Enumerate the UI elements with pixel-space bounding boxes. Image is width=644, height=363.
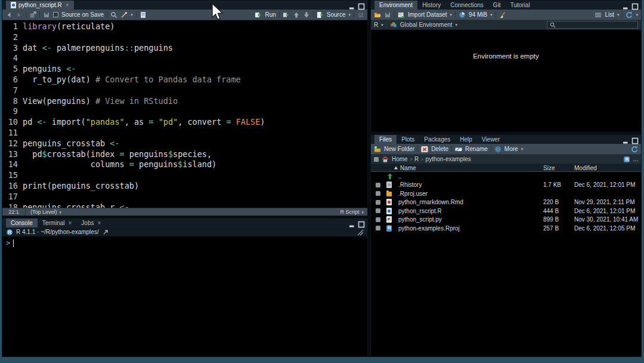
next-chunk-icon[interactable] — [303, 11, 310, 19]
import-dataset-icon[interactable] — [398, 11, 405, 19]
tab-packages[interactable]: Packages — [419, 135, 455, 144]
file-row[interactable]: .Rhistory1.7 KBDec 6, 2021, 12:01 PM — [371, 181, 641, 190]
r-project-icon[interactable]: R — [623, 156, 630, 163]
tab-help[interactable]: Help — [455, 135, 477, 144]
column-header-name[interactable]: Name — [400, 165, 416, 171]
rename-icon[interactable] — [455, 146, 462, 153]
resize-grip-icon[interactable] — [357, 229, 364, 236]
column-header-size[interactable]: Size — [543, 165, 574, 171]
minimize-icon[interactable] — [623, 136, 629, 143]
minimize-icon[interactable] — [623, 2, 629, 8]
breadcrumb-item-home[interactable]: Home — [392, 156, 408, 162]
dropdown-caret-icon[interactable]: ▾ — [450, 13, 453, 17]
maximize-icon[interactable] — [358, 220, 364, 226]
environment-search-input[interactable] — [558, 22, 636, 28]
scope-selector[interactable]: (Top Level) ▾ — [26, 209, 66, 215]
document-outline-icon[interactable] — [357, 11, 364, 19]
select-all-checkbox[interactable] — [374, 157, 379, 162]
file-name[interactable]: python_rmarkdown.Rmd — [398, 199, 543, 205]
source-button-icon[interactable] — [317, 11, 324, 19]
checkbox[interactable] — [376, 200, 380, 205]
list-view-icon[interactable] — [595, 11, 602, 19]
file-name[interactable]: python_script.py — [398, 216, 543, 223]
maximize-icon[interactable] — [631, 136, 638, 143]
code-editor[interactable]: 1library(reticulate)23dat <- palmerpengu… — [2, 20, 367, 208]
more-button[interactable]: More — [504, 146, 518, 152]
file-row[interactable]: python_rscript.R444 BDec 6, 2021, 12:01 … — [371, 207, 641, 216]
refresh-icon[interactable] — [631, 146, 638, 153]
rename-button[interactable]: Rename — [465, 146, 488, 152]
filetype-selector[interactable]: R Script ▾ — [336, 209, 367, 215]
source-on-save-checkbox[interactable] — [53, 12, 58, 17]
run-button[interactable]: Run — [265, 11, 275, 18]
new-folder-icon[interactable] — [374, 146, 381, 153]
import-dataset-button[interactable]: Import Dataset — [408, 11, 447, 18]
tab-plots[interactable]: Plots — [397, 135, 419, 144]
gear-icon[interactable] — [494, 146, 501, 153]
tab-jobs[interactable]: Jobs× — [76, 219, 106, 227]
save-workspace-icon[interactable] — [384, 11, 391, 19]
sort-ascending-icon[interactable] — [394, 165, 398, 170]
tab-connections[interactable]: Connections — [445, 1, 488, 10]
environment-selector[interactable]: Global Environment — [400, 21, 453, 28]
show-in-new-window-icon[interactable] — [29, 11, 36, 19]
file-row[interactable]: python_rmarkdown.Rmd220 BNov 29, 2021, 2… — [371, 198, 641, 207]
minimize-icon[interactable] — [349, 2, 355, 8]
breadcrumb-ellipsis[interactable]: ... — [633, 156, 638, 162]
code-tools-icon[interactable] — [120, 11, 128, 19]
tab-console[interactable]: Console — [6, 219, 38, 227]
file-name[interactable]: python_rscript.R — [398, 208, 543, 214]
file-row[interactable]: python-examples.Rproj257 BDec 6, 2021, 1… — [371, 224, 641, 233]
dropdown-caret-icon[interactable]: ▾ — [348, 13, 351, 17]
file-row[interactable]: python_script.py899 BNov 30, 2021, 10:41… — [371, 216, 641, 224]
breadcrumb-item-python-examples[interactable]: python-examples — [426, 156, 471, 162]
dropdown-caret-icon[interactable]: ▾ — [456, 23, 458, 27]
tab-files[interactable]: Files — [374, 135, 397, 144]
checkbox[interactable] — [376, 183, 380, 187]
checkbox[interactable] — [376, 217, 380, 222]
dropdown-caret-icon[interactable]: ▾ — [521, 147, 524, 151]
goto-directory-icon[interactable] — [102, 229, 109, 236]
checkbox[interactable] — [376, 191, 380, 196]
load-workspace-icon[interactable] — [374, 11, 381, 19]
refresh-icon[interactable] — [626, 11, 633, 19]
file-name[interactable]: .. — [398, 173, 543, 180]
dropdown-caret-icon[interactable]: ▾ — [490, 13, 493, 17]
language-selector[interactable]: R — [374, 21, 378, 28]
back-icon[interactable] — [5, 11, 13, 19]
home-icon[interactable] — [382, 156, 389, 163]
breadcrumb-item-r[interactable]: R — [414, 156, 419, 162]
file-row[interactable]: .Rproj.user — [371, 189, 641, 198]
save-icon[interactable] — [43, 11, 50, 19]
clear-workspace-icon[interactable] — [499, 11, 506, 19]
maximize-icon[interactable] — [358, 2, 364, 8]
close-icon[interactable]: × — [97, 220, 101, 226]
dropdown-caret-icon[interactable]: ▾ — [636, 13, 638, 17]
column-header-modified[interactable]: Modified — [574, 165, 641, 171]
file-name[interactable]: .Rproj.user — [398, 190, 543, 197]
find-replace-icon[interactable] — [110, 11, 117, 19]
dropdown-caret-icon[interactable]: ▾ — [131, 13, 133, 17]
forward-icon[interactable] — [16, 11, 23, 19]
compile-report-icon[interactable] — [140, 11, 147, 19]
close-icon[interactable]: × — [69, 220, 72, 226]
dropdown-caret-icon[interactable]: ▾ — [617, 13, 620, 17]
tab-terminal[interactable]: Terminal× — [38, 219, 77, 227]
source-button[interactable]: Source — [327, 11, 346, 18]
console-output[interactable]: > — [2, 236, 367, 356]
minimize-icon[interactable] — [349, 220, 355, 226]
rerun-icon[interactable] — [283, 11, 290, 19]
delete-button[interactable]: Delete — [431, 146, 448, 152]
tab-git[interactable]: Git — [488, 1, 506, 10]
tab-viewer[interactable]: Viewer — [477, 135, 504, 144]
new-folder-button[interactable]: New Folder — [384, 146, 414, 152]
checkbox[interactable] — [376, 226, 380, 230]
file-name[interactable]: python-examples.Rproj — [398, 225, 543, 232]
dropdown-caret-icon[interactable]: ▾ — [381, 23, 383, 27]
file-name[interactable]: .Rhistory — [398, 182, 543, 188]
tab-environment[interactable]: Environment — [374, 1, 417, 10]
maximize-icon[interactable] — [631, 2, 638, 8]
run-icon[interactable] — [255, 11, 262, 19]
tab-python-rscript-r[interactable]: python_rscript.R× — [6, 1, 74, 10]
memory-usage-icon[interactable] — [459, 11, 466, 19]
